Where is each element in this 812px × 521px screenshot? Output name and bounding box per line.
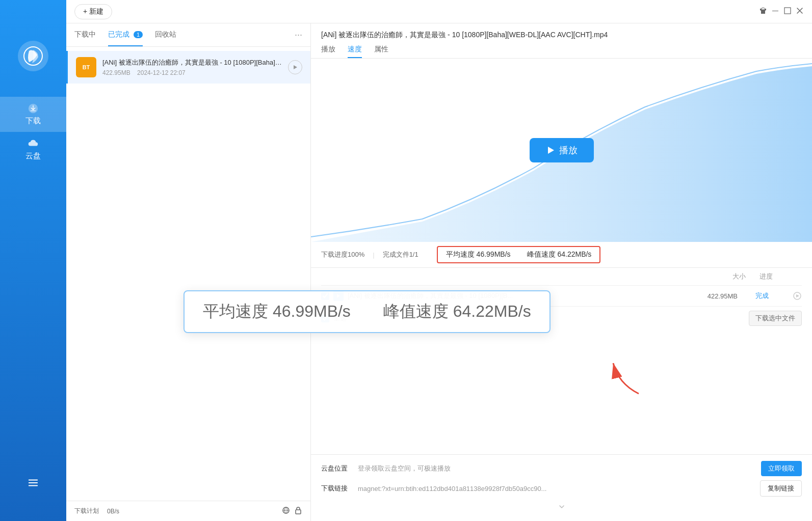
- cloud-button[interactable]: 立即领取: [761, 461, 802, 476]
- cloud-label: 云盘位置: [321, 464, 352, 473]
- detail-panel: [ANi] 被逐出隊伍的治癒師，其實是最強 - 10 [1080P][Baha]…: [311, 23, 812, 521]
- titlebar-left: + 新建: [74, 4, 112, 19]
- app-logo: [18, 41, 48, 71]
- tab-play[interactable]: 播放: [321, 45, 335, 58]
- tab-recycle[interactable]: 回收站: [155, 30, 176, 40]
- close-icon[interactable]: [796, 7, 804, 17]
- chart-stats: 下载进度100% | 完成文件1/1 平均速度 46.99MB/s 峰值速度 6…: [311, 242, 812, 268]
- magnet-value: magnet:?xt=urn:btih:ed112dbd401a81138e99…: [358, 485, 754, 492]
- download-item-info: [ANi] 被逐出隊伍的治癒師，其實是最強 - 10 [1080P][Baha]…: [102, 58, 282, 76]
- speed-highlight-box: 平均速度 46.99MB/s 峰值速度 64.22MB/s: [437, 246, 601, 263]
- tab-properties[interactable]: 属性: [374, 45, 388, 58]
- detail-header: [ANi] 被逐出隊伍的治癒師，其實是最強 - 10 [1080P][Baha]…: [311, 23, 812, 59]
- download-panel: 下载中 已完成 1 回收站 ··· BT [ANi] 被逐出隊伍的治癒師: [66, 23, 311, 521]
- sidebar: 下载 云盘: [0, 0, 66, 521]
- lock-icon[interactable]: [294, 506, 302, 516]
- file-progress: 完成: [742, 291, 782, 300]
- window-controls: [759, 7, 804, 17]
- stats-progress: 下载进度100%: [321, 250, 364, 259]
- download-speed: 0B/s: [107, 508, 119, 515]
- download-list: BT [ANi] 被逐出隊伍的治癒師，其實是最強 - 10 [1080P][Ba…: [66, 47, 310, 501]
- completed-badge: 1: [134, 31, 143, 38]
- col-progress: 进度: [746, 272, 787, 281]
- copy-link-button[interactable]: 复制链接: [760, 480, 802, 497]
- file-list-header: 大小 进度: [321, 268, 802, 286]
- download-selected-button[interactable]: 下载选中文件: [749, 311, 802, 326]
- magnet-label: 下载链接: [321, 484, 352, 493]
- tab-speed[interactable]: 速度: [348, 45, 362, 58]
- main-area: + 新建 下载中 已完成: [66, 0, 812, 521]
- svg-marker-6: [548, 147, 554, 154]
- tab-downloading[interactable]: 下载中: [74, 30, 96, 40]
- file-action[interactable]: [787, 291, 802, 300]
- col-size: 大小: [705, 272, 746, 281]
- play-button[interactable]: 播放: [530, 138, 594, 162]
- avg-speed-stat: 平均速度 46.99MB/s: [446, 250, 511, 259]
- magnet-row: 下载链接 magnet:?xt=urn:btih:ed112dbd401a811…: [321, 480, 802, 497]
- cloud-value: 登录领取云盘空间，可极速播放: [358, 464, 755, 473]
- play-icon-btn[interactable]: [288, 60, 302, 74]
- download-tabs: 下载中 已完成 1 回收站 ···: [66, 23, 310, 47]
- content-area: 下载中 已完成 1 回收站 ··· BT [ANi] 被逐出隊伍的治癒師: [66, 23, 812, 521]
- chart-area: 播放: [311, 59, 812, 242]
- chevron-down-icon[interactable]: [558, 503, 566, 513]
- sidebar-item-cloud[interactable]: 云盘: [0, 132, 66, 167]
- download-item-name: [ANi] 被逐出隊伍的治癒師，其實是最強 - 10 [1080P][Baha]…: [102, 58, 282, 67]
- download-plan-label: 下载计划: [74, 507, 99, 515]
- sidebar-menu-btn[interactable]: [28, 477, 39, 490]
- footer-icons: [282, 506, 302, 516]
- new-button[interactable]: + 新建: [74, 4, 112, 19]
- svg-marker-3: [294, 65, 297, 69]
- stats-files: 完成文件1/1: [383, 250, 418, 259]
- cloud-row: 云盘位置 登录领取云盘空间，可极速播放 立即领取: [321, 461, 802, 476]
- download-item-icon: BT: [76, 57, 96, 77]
- svg-rect-2: [784, 8, 791, 14]
- download-item-meta: 422.95MB 2024-12-12 22:07: [102, 69, 282, 76]
- tab-completed[interactable]: 已完成 1: [108, 30, 143, 40]
- tab-more[interactable]: ···: [295, 30, 302, 40]
- minimize-icon[interactable]: [771, 7, 779, 17]
- detail-tabs: 播放 速度 属性: [321, 45, 802, 58]
- svg-marker-9: [796, 294, 799, 297]
- sidebar-item-download-label: 下载: [25, 116, 41, 126]
- bottom-info: 云盘位置 登录领取云盘空间，可极速播放 立即领取 下载链接 magnet:?xt…: [311, 454, 812, 521]
- floating-peak-speed: 峰值速度 64.22MB/s: [383, 300, 531, 323]
- floating-speed-panel: 平均速度 46.99MB/s 峰值速度 64.22MB/s: [184, 290, 551, 333]
- maximize-icon[interactable]: [783, 7, 792, 17]
- floating-avg-speed: 平均速度 46.99MB/s: [203, 300, 351, 323]
- peak-speed-stat: 峰值速度 64.22MB/s: [527, 250, 592, 259]
- file-size: 422.95MB: [697, 292, 738, 300]
- download-item[interactable]: BT [ANi] 被逐出隊伍的治癒師，其實是最強 - 10 [1080P][Ba…: [66, 51, 310, 84]
- expand-row: [321, 501, 802, 515]
- ie-icon[interactable]: [282, 506, 290, 516]
- shirt-icon[interactable]: [759, 7, 767, 17]
- sidebar-item-cloud-label: 云盘: [25, 151, 41, 161]
- sidebar-item-download[interactable]: 下载: [0, 97, 66, 132]
- download-footer: 下载计划 0B/s: [66, 501, 310, 521]
- detail-title: [ANi] 被逐出隊伍的治癒師，其實是最強 - 10 [1080P][Baha]…: [321, 31, 802, 40]
- svg-rect-5: [296, 510, 301, 514]
- titlebar: + 新建: [66, 0, 812, 23]
